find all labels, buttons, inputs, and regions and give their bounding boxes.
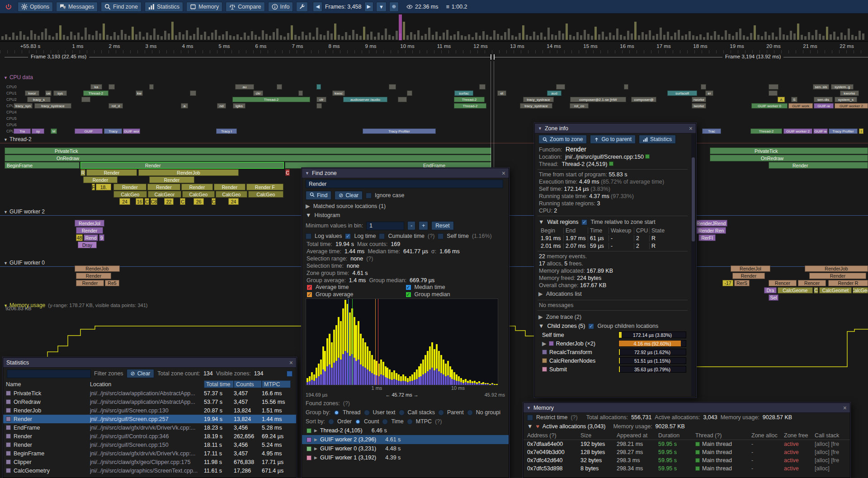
cpu-zone[interactable] — [624, 84, 628, 90]
zone-group-row[interactable]: ▶Thread-2 (4,105)6.46 s — [302, 426, 509, 435]
table-row[interactable]: CalcGeometryjni/../jni/src/claw/graphics… — [3, 466, 296, 475]
cpu-zone[interactable]: sen-dis — [814, 97, 833, 102]
self-time-checkbox[interactable] — [438, 233, 443, 239]
cpu-zone[interactable]: GUIF worker 0 — [751, 103, 788, 109]
restrict-time-checkbox[interactable] — [527, 415, 533, 421]
zone-group-row[interactable]: ▶GUIF worker 1 (3,192)4.39 s — [302, 453, 509, 462]
filter-zones-input[interactable] — [7, 369, 91, 378]
cpu-zone[interactable]: GUIF wor — [123, 128, 140, 134]
cpu-zone[interactable] — [108, 84, 115, 90]
column-header[interactable]: Name — [6, 381, 90, 388]
table-row[interactable]: Renderjni/../jni/src/guif/Control.cpp:34… — [3, 432, 296, 440]
cpu-zone[interactable]: Thread-2 — [454, 97, 485, 102]
cpu-zone[interactable]: surfac — [454, 90, 473, 96]
zone[interactable]: CalcGeo — [182, 191, 215, 198]
table-row[interactable]: Renderjni/../jni/src/guif/Screen.cpp:257… — [3, 415, 296, 423]
allocation-row[interactable]: 0x7dfc42d64032 bytes298.3 ms59.95 sMain … — [524, 456, 850, 464]
cpu-zone[interactable]: sy — [32, 128, 44, 134]
memory-button[interactable]: Memory — [186, 2, 222, 12]
zone[interactable]: Render — [76, 227, 103, 234]
mtpc-radio[interactable] — [407, 419, 413, 425]
cpu-zone[interactable]: et — [497, 90, 506, 96]
allocation-row[interactable]: 0x7dfaa64e00192 bytes298.21 ms59.95 sMai… — [524, 440, 850, 448]
memory-usage-header[interactable]: ▼Memory usage(y-range: 178.27 KB, visibl… — [4, 302, 147, 308]
appeared-at[interactable]: 298.21 ms — [617, 441, 658, 447]
collapse-icon[interactable]: ▼ — [4, 210, 8, 214]
cpu-zone[interactable]: composer@ — [631, 97, 656, 102]
zone[interactable]: Render Ren — [696, 227, 726, 234]
appeared-at[interactable]: 298.3 ms — [617, 457, 658, 464]
collapse-icon[interactable]: ▼ — [4, 137, 8, 142]
cpu-zone[interactable]: Thread-2 — [83, 90, 108, 96]
table-row[interactable]: RenderJobjni/../jni/src/guif/Screen.cpp:… — [3, 406, 296, 415]
cpu-zone[interactable]: tracy_systrace — [523, 97, 554, 102]
cpu-zone[interactable]: surfacefl — [667, 90, 697, 96]
zone[interactable]: CalcGeo — [113, 191, 147, 198]
cpu-zone[interactable]: ue — [45, 90, 52, 96]
zone[interactable]: 18. — [96, 184, 111, 190]
legend-checkbox[interactable]: ✓ — [307, 284, 312, 290]
cpu-zone[interactable]: A — [778, 97, 785, 102]
zone[interactable]: PrivateTick — [5, 147, 491, 154]
zone[interactable]: CalcGeo — [248, 191, 283, 198]
cpu-zone[interactable]: cfr — [316, 97, 326, 102]
cpu-zone[interactable]: au — [235, 84, 254, 90]
expand-icon[interactable]: ▶ — [306, 203, 310, 209]
cpu-zone[interactable]: lgiks — [233, 103, 245, 109]
zone[interactable]: RerS — [734, 280, 750, 286]
cpu-zone[interactable] — [398, 97, 407, 102]
find-button[interactable]: Find — [306, 191, 331, 200]
table-row[interactable]: PrivateTickjni/../jni/src/claw/applicati… — [3, 389, 296, 398]
legend-checkbox[interactable]: ✓ — [406, 284, 411, 290]
memory-titlebar[interactable]: ▼ Memory × — [524, 403, 850, 413]
min-bin-input[interactable] — [366, 222, 404, 230]
reset-button[interactable]: Reset — [431, 221, 453, 230]
expand-icon[interactable]: ▶ — [538, 290, 543, 297]
cpu-zone[interactable]: nd — [217, 103, 226, 109]
column-header[interactable]: Total time — [204, 380, 234, 388]
zone[interactable]: F — [92, 184, 95, 190]
zone[interactable]: C — [212, 198, 216, 205]
cpu-zone[interactable]: Tra — [14, 128, 31, 134]
histogram-axis-range[interactable]: 194.69 µs← 45.72 ms →45.92 ms — [306, 392, 505, 399]
zone[interactable]: Rend — [84, 234, 98, 241]
collapse-icon[interactable]: ▼ — [527, 406, 531, 410]
child-zone-row[interactable]: RecalcTransform72.92 µs (1.62%) — [535, 348, 690, 356]
table-row[interactable]: Clipperjni/../jni/src/claw/gfx/geo/Clipp… — [3, 458, 296, 466]
zone[interactable]: RenderJol — [731, 265, 770, 272]
no-groupi-radio[interactable] — [467, 410, 473, 416]
thread-section-header[interactable]: ▼GUIF worker 0 — [4, 260, 45, 266]
cpu-zone[interactable] — [81, 97, 90, 102]
count-radio[interactable] — [355, 419, 361, 425]
cpu-zone[interactable] — [149, 84, 154, 90]
zone[interactable]: CalcGeome — [778, 287, 813, 293]
cpu-zone[interactable]: Tracy — [104, 128, 122, 134]
limit-range-button[interactable] — [287, 371, 292, 377]
log-time-checkbox[interactable]: ✓ — [345, 233, 351, 239]
find-zone-titlebar[interactable]: ▼ Find zone × — [302, 168, 509, 178]
column-header[interactable]: Call stack — [815, 432, 846, 439]
address[interactable]: 0x7dfaa64e00 — [527, 441, 580, 447]
zone[interactable]: CalcGeor — [148, 191, 181, 198]
cpu-zone[interactable] — [407, 90, 412, 96]
cpu-zone[interactable]: I — [859, 128, 863, 134]
zone[interactable]: 16 — [136, 198, 143, 205]
zone[interactable]: 24 — [228, 198, 239, 205]
thread-section-header[interactable]: ▼Thread-2 — [4, 136, 32, 142]
cpu-zone[interactable]: sys — [53, 90, 67, 96]
child-zone-row[interactable]: Self time172.14 µs (3.83%) — [535, 331, 690, 339]
goto-frame-button[interactable]: ⊕ — [389, 2, 399, 12]
column-header[interactable]: Appeared at — [617, 432, 658, 439]
scrollbar-thumb[interactable] — [692, 157, 695, 241]
zone[interactable]: Rencer — [798, 280, 826, 286]
zone[interactable]: CalcGeo — [853, 287, 868, 293]
messages-button[interactable]: Messages — [56, 2, 98, 12]
compare-button[interactable]: Compare — [226, 2, 264, 12]
cpu-zone[interactable] — [316, 103, 322, 109]
cpu-zone[interactable] — [479, 84, 486, 90]
cpu-data-header[interactable]: ▼CPU data — [4, 74, 33, 80]
cpu-zone[interactable]: Thread-2 — [454, 103, 486, 109]
go-to-parent-button[interactable]: Go to parent — [590, 135, 636, 144]
time-radio[interactable] — [382, 419, 388, 425]
address[interactable]: 0x7dfc53d898 — [527, 465, 580, 472]
